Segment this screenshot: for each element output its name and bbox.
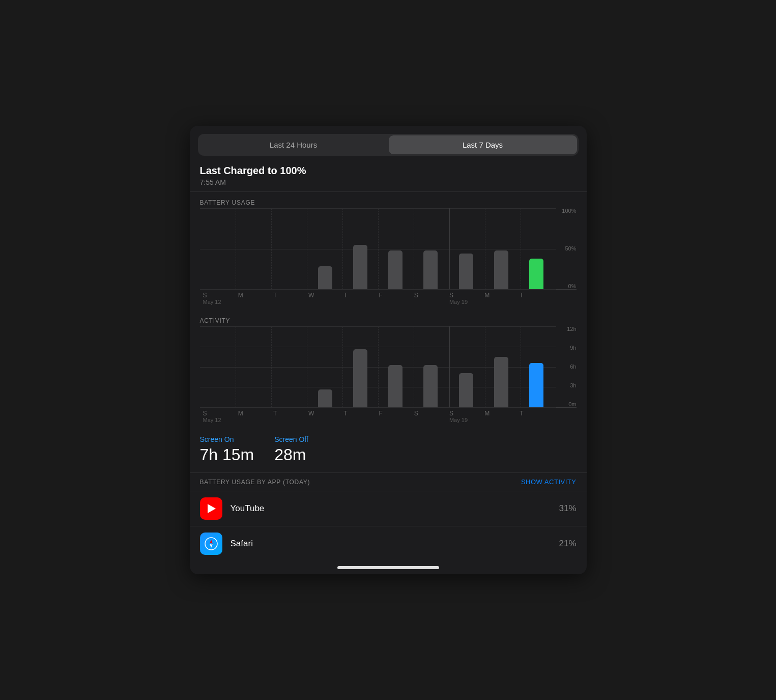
act-y-0: 0m [568, 402, 576, 407]
bar-group [272, 326, 307, 407]
x-label-group: T [342, 290, 378, 305]
activity-label: ACTIVITY [190, 310, 587, 326]
last-charged-time: 7:55 AM [200, 178, 577, 186]
tab-switcher: Last 24 Hours Last 7 Days [198, 134, 579, 156]
app-list-item[interactable]: YouTube 31% [190, 491, 587, 526]
battery-usage-chart: 100% 50% 0% SMay 12MTWTFSSMay 19MT [190, 208, 587, 310]
screen-off-stat: Screen Off 28m [274, 435, 308, 464]
bar-w [318, 389, 332, 407]
act-y-9: 9h [570, 345, 576, 351]
act-y-6: 6h [570, 364, 576, 370]
bar-t [353, 349, 367, 407]
yt-play-icon [208, 504, 216, 513]
x-day-label: W [308, 410, 314, 417]
x-day-label: S [414, 292, 418, 299]
by-app-header: BATTERY USAGE BY APP (TODAY) SHOW ACTIVI… [190, 472, 587, 491]
x-day-label: M [238, 410, 243, 417]
x-day-label: T [343, 292, 347, 299]
bar-s [423, 365, 438, 407]
show-activity-button[interactable]: SHOW ACTIVITY [521, 478, 577, 486]
x-label-group: F [378, 408, 413, 423]
last-charged-section: Last Charged to 100% 7:55 AM [190, 156, 587, 192]
x-date-label: May 12 [203, 299, 221, 305]
bar-group [519, 208, 554, 289]
bar-s [423, 250, 438, 289]
bar-group [448, 208, 483, 289]
app-name: Safari [231, 539, 559, 549]
bar-group [307, 326, 342, 407]
bar-group [519, 326, 554, 407]
x-label-group: M [237, 290, 272, 305]
screen-stats: Screen On 7h 15m Screen Off 28m [190, 428, 587, 472]
x-day-label: T [520, 292, 523, 299]
bar-group [378, 208, 413, 289]
bar-m [494, 250, 508, 289]
safari-icon [200, 533, 222, 555]
bar-group [483, 208, 519, 289]
x-day-label: S [203, 410, 207, 417]
tab-7d[interactable]: Last 7 Days [389, 135, 577, 154]
battery-panel: Last 24 Hours Last 7 Days Last Charged t… [190, 126, 587, 574]
bar-group [202, 208, 237, 289]
bar-s [459, 254, 473, 289]
x-date-label: May 19 [449, 417, 468, 423]
x-label-group: M [483, 408, 519, 423]
tab-24h[interactable]: Last 24 Hours [199, 135, 388, 154]
svg-marker-1 [210, 540, 213, 544]
y-label-0: 0% [568, 284, 577, 289]
x-label-group: T [519, 408, 554, 423]
x-label-group: F [378, 290, 413, 305]
svg-point-0 [205, 538, 217, 550]
x-day-label: W [308, 292, 314, 299]
bar-group [378, 326, 413, 407]
bar-t [529, 259, 543, 289]
x-day-label: S [449, 410, 453, 417]
x-label-group: S [413, 290, 448, 305]
bar-group [342, 326, 378, 407]
x-day-label: T [343, 410, 347, 417]
y-label-50: 50% [565, 246, 576, 251]
bar-t [353, 245, 367, 289]
bar-s [459, 373, 473, 407]
x-label-group: T [519, 290, 554, 305]
x-label-group: M [483, 290, 519, 305]
x-day-label: T [520, 410, 523, 417]
x-day-label: M [484, 410, 490, 417]
x-day-label: F [379, 410, 383, 417]
bar-group [202, 326, 237, 407]
activity-y-labels: 12h 9h 6h 3h 0m [556, 326, 577, 407]
x-day-label: S [414, 410, 418, 417]
x-day-label: M [238, 292, 243, 299]
by-app-label: BATTERY USAGE BY APP (TODAY) [200, 479, 310, 486]
x-label-group: SMay 19 [448, 408, 483, 423]
bar-w [318, 266, 332, 289]
x-label-group: SMay 12 [202, 408, 237, 423]
battery-usage-label: BATTERY USAGE [190, 192, 587, 208]
x-label-group: T [342, 408, 378, 423]
x-label-group: W [307, 290, 342, 305]
screen-on-value: 7h 15m [200, 445, 254, 464]
bar-group [342, 208, 378, 289]
screen-off-value: 28m [274, 445, 308, 464]
bar-group [237, 326, 272, 407]
youtube-icon [200, 497, 222, 520]
x-label-group: W [307, 408, 342, 423]
activity-chart: 12h 9h 6h 3h 0m SMay 12MTWTFSSMay 19MT [190, 326, 587, 428]
bar-group [483, 326, 519, 407]
bar-group [272, 208, 307, 289]
x-day-label: S [203, 292, 207, 299]
act-y-12: 12h [567, 326, 576, 332]
x-day-label: T [273, 292, 277, 299]
x-label-group: T [272, 408, 307, 423]
x-day-label: S [449, 292, 453, 299]
app-list-item[interactable]: Safari 21% [190, 526, 587, 561]
bar-group [448, 326, 483, 407]
battery-y-labels: 100% 50% 0% [556, 208, 577, 289]
act-y-3: 3h [570, 383, 576, 388]
activity-x-axis: SMay 12MTWTFSSMay 19MT [200, 408, 556, 423]
screen-off-label: Screen Off [274, 435, 308, 443]
last-charged-title: Last Charged to 100% [200, 165, 577, 177]
battery-bars [200, 208, 556, 289]
bar-group [307, 208, 342, 289]
x-day-label: T [273, 410, 277, 417]
